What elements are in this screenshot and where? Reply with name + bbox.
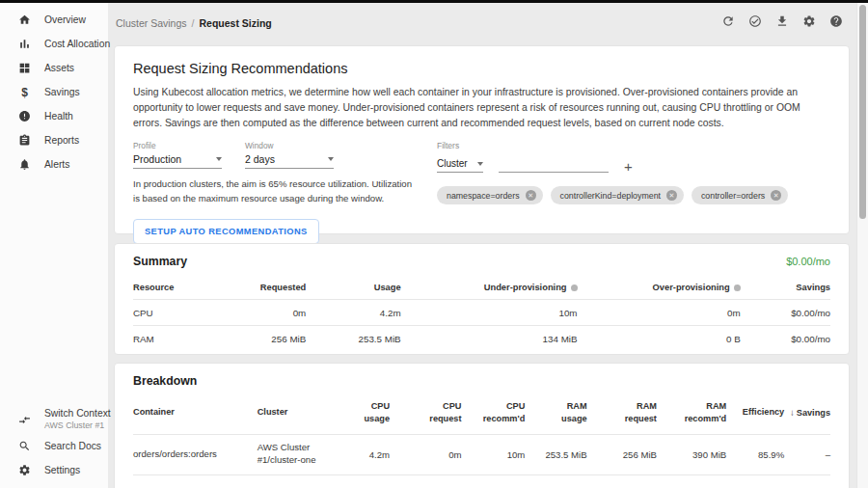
sidebar-nav-list: Overview Cost Allocation Assets $ Saving… — [0, 3, 108, 176]
home-icon — [18, 14, 31, 26]
column-header-container[interactable]: Container — [133, 393, 258, 434]
sidebar-item-settings[interactable]: Settings — [0, 458, 108, 482]
top-strip — [0, 0, 868, 3]
sidebar-item-label: Health — [44, 111, 73, 122]
column-header-ram-request[interactable]: RAMrequest — [587, 393, 657, 434]
chevron-down-icon — [216, 157, 222, 161]
switch-context-label: Switch Context — [44, 408, 111, 420]
summary-header: Summary $0.00/mo — [133, 255, 830, 268]
filter-chip-label: controller=orders — [701, 191, 765, 201]
filter-chip[interactable]: namespace=orders ✕ — [437, 186, 543, 204]
column-header-cpu-request[interactable]: CPUrequest — [390, 393, 461, 434]
column-header-requested: Requested — [224, 277, 306, 300]
profile-select-label: Profile — [133, 141, 222, 150]
sidebar-item-cost-allocation[interactable]: Cost Allocation — [0, 32, 108, 56]
setup-auto-recommendations-button[interactable]: SETUP AUTO RECOMMENDATIONS — [133, 219, 319, 244]
profile-select-value-row: Production — [133, 153, 222, 165]
breakdown-row[interactable]: orders/orders:orders AWS Cluster #1/clus… — [133, 434, 830, 474]
check-circle-icon[interactable] — [748, 14, 762, 28]
cell-savings: $0.00/mo — [741, 326, 830, 352]
sidebar-item-label: Assets — [44, 63, 74, 73]
dollar-icon: $ — [18, 86, 31, 98]
column-header-usage: Usage — [306, 277, 400, 300]
current-cluster-label: AWS Cluster #1 — [44, 420, 111, 431]
cell-requested: 0m — [224, 300, 306, 326]
summary-title: Summary — [133, 255, 187, 268]
sidebar-item-switch-context[interactable]: Switch Context AWS Cluster #1 — [0, 405, 108, 434]
filters-label: Filters — [437, 141, 830, 150]
sidebar-item-alerts[interactable]: Alerts — [0, 152, 108, 176]
bar-chart-icon — [18, 38, 31, 50]
sidebar-item-label: Reports — [44, 135, 79, 146]
sidebar-item-label: Search Docs — [44, 441, 101, 451]
filter-type-value: Cluster — [437, 158, 468, 169]
breadcrumb-section[interactable]: Cluster Savings — [116, 17, 187, 29]
gear-icon[interactable] — [802, 14, 816, 28]
cell-ram-request: 256 MiB — [587, 434, 657, 474]
sidebar-item-reports[interactable]: Reports — [0, 128, 108, 152]
filter-chip[interactable]: controllerKind=deployment ✕ — [551, 186, 684, 204]
window-select-label: Window — [245, 141, 334, 150]
sidebar-item-label: Overview — [44, 14, 86, 25]
cell-ram-recommd: 390 MiB — [657, 434, 726, 474]
download-icon[interactable] — [775, 14, 789, 28]
chevron-down-icon — [477, 162, 483, 166]
filter-type-select[interactable]: Cluster — [437, 158, 483, 173]
cell-savings: – — [784, 434, 830, 474]
profile-select[interactable]: Profile Production — [133, 141, 222, 169]
profile-controls: Profile Production Window 2 days In prod… — [133, 141, 434, 244]
breadcrumb-separator: / — [192, 17, 195, 29]
filters-panel: Filters Cluster + namespace=orders ✕ con — [434, 141, 830, 244]
cell-cpu-request: 0m — [390, 434, 461, 474]
breakdown-header: Breakdown — [133, 374, 830, 388]
switch-context-text: Switch Context AWS Cluster #1 — [44, 408, 111, 431]
filter-value-input[interactable] — [499, 158, 609, 173]
add-filter-icon[interactable]: + — [624, 160, 633, 173]
column-header-ram-usage[interactable]: RAMusage — [525, 393, 586, 434]
info-icon[interactable] — [734, 285, 741, 291]
summary-table: Resource Requested Usage Under-provision… — [133, 277, 830, 352]
cell-usage: 4.2m — [306, 300, 400, 326]
sidebar-item-overview[interactable]: Overview — [0, 8, 108, 32]
column-header-cpu-recommd[interactable]: CPUrecomm'd — [462, 393, 526, 434]
cell-usage: 253.5 MiB — [306, 326, 400, 352]
sidebar-item-savings[interactable]: $ Savings — [0, 80, 108, 104]
column-header-cluster[interactable]: Cluster — [258, 393, 341, 434]
column-header-ram-recommd[interactable]: RAMrecomm'd — [657, 393, 726, 434]
column-header-savings-sorted[interactable]: ↓Savings — [784, 393, 830, 434]
summary-card: Summary $0.00/mo Resource Requested Usag… — [114, 243, 850, 355]
cell-container: orders/orders:orders — [133, 434, 258, 474]
filter-type-value-row: Cluster — [437, 158, 483, 169]
filter-chip[interactable]: controller=orders ✕ — [692, 186, 788, 204]
profile-helper-text: In production clusters, the aim is 65% r… — [133, 177, 413, 205]
chevron-down-icon — [328, 157, 334, 161]
scrollbar-thumb[interactable] — [859, 5, 866, 219]
controls-row: Profile Production Window 2 days In prod… — [133, 141, 830, 244]
sidebar-item-assets[interactable]: Assets — [0, 56, 108, 80]
cell-cluster: AWS Cluster #1/cluster-one — [258, 434, 341, 474]
cell-resource: CPU — [133, 300, 224, 326]
refresh-icon[interactable] — [721, 14, 735, 28]
info-icon[interactable] — [571, 285, 578, 291]
cell-ram-usage: 253.5 MiB — [525, 434, 586, 474]
sidebar-item-health[interactable]: Health — [0, 104, 108, 128]
page-title: Request Sizing Recommendations — [133, 61, 830, 76]
filter-chips: namespace=orders ✕ controllerKind=deploy… — [437, 186, 830, 204]
remove-chip-icon[interactable]: ✕ — [666, 190, 677, 201]
remove-chip-icon[interactable]: ✕ — [526, 190, 536, 201]
breakdown-header-row: Container Cluster CPUusage CPUrequest CP… — [133, 393, 830, 434]
cell-under: 134 MiB — [401, 326, 578, 352]
cell-cpu-recommd: 10m — [462, 434, 526, 474]
clipboard-icon — [18, 134, 31, 147]
sidebar-item-search-docs[interactable]: Search Docs — [0, 434, 108, 458]
column-header-cpu-usage[interactable]: CPUusage — [340, 393, 390, 434]
scrollbar[interactable] — [856, 3, 868, 488]
bell-icon — [18, 158, 31, 171]
remove-chip-icon[interactable]: ✕ — [771, 190, 781, 201]
gear-icon — [18, 464, 31, 476]
help-icon[interactable] — [829, 14, 843, 28]
column-header-over-provisioning: Over-provisioning — [578, 277, 741, 300]
window-select[interactable]: Window 2 days — [245, 141, 334, 169]
column-header-efficiency[interactable]: Efficiency — [726, 393, 784, 434]
cell-requested: 256 MiB — [224, 326, 306, 352]
